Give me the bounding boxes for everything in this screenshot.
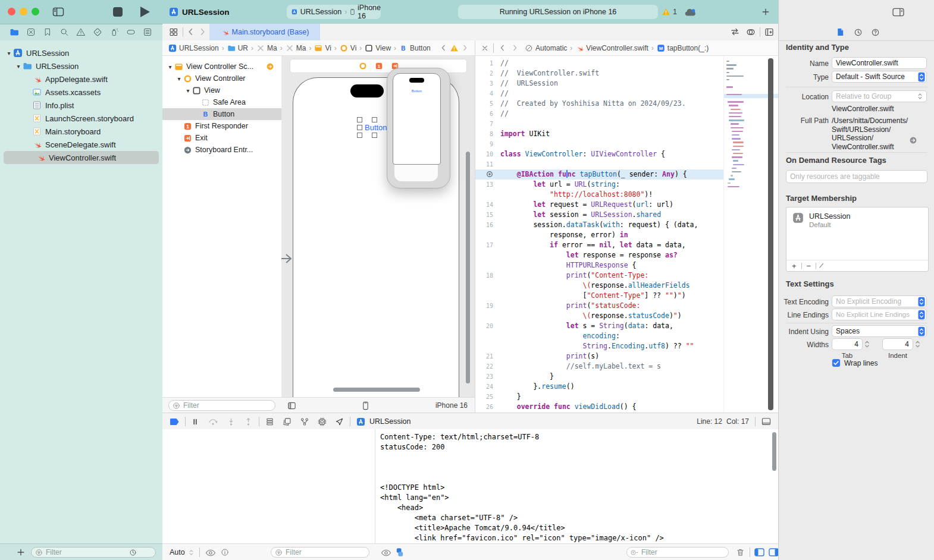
prev-issue-icon[interactable] [440, 44, 447, 52]
code-line[interactable]: ["Content-Type"] ?? "")") [475, 291, 723, 301]
navigator-tab-project-icon[interactable] [10, 27, 19, 37]
outline-toggle-icon[interactable] [287, 401, 296, 410]
add-target-button[interactable]: + [792, 262, 797, 270]
code-line[interactable]: 21 print(s) [475, 351, 723, 361]
location-dropdown[interactable]: Relative to Group [832, 90, 927, 102]
toggle-navigator-icon[interactable] [52, 7, 64, 17]
pause-execution-icon[interactable] [191, 417, 199, 426]
outline-row[interactable]: Exit [162, 132, 281, 144]
indent-width-stepper[interactable] [915, 339, 920, 350]
disclosure-chevron-icon[interactable]: ▾ [184, 87, 192, 94]
breakpoints-toggle-icon[interactable] [170, 418, 180, 426]
split-view-icon[interactable] [347, 401, 356, 410]
console-filter-field[interactable]: Filter [626, 547, 729, 558]
tab-width-stepper[interactable] [864, 339, 870, 350]
code-line[interactable]: 7 [475, 119, 723, 129]
navigator-tab-find-icon[interactable] [59, 27, 69, 37]
entry-point-icon[interactable] [266, 62, 274, 71]
outline-row[interactable]: ▾View Controller Sc... [162, 61, 281, 73]
navigator-tab-bookmarks-icon[interactable] [43, 27, 52, 37]
outline-row[interactable]: Safe Area [162, 96, 281, 108]
code-line[interactable]: 11 [475, 159, 723, 169]
console-output[interactable]: Content-Type: text/html;charset=UTF-8sta… [375, 429, 779, 543]
code-line[interactable]: 1// [475, 58, 723, 68]
breadcrumb-item[interactable]: Ma [286, 44, 306, 52]
file-inspector-tab-icon[interactable] [836, 27, 845, 37]
outline-row[interactable]: ▾View [162, 84, 281, 96]
navigator-tab-tests-icon[interactable] [93, 27, 102, 37]
breadcrumb-item[interactable]: URLSession [168, 44, 219, 52]
orientation-icon[interactable] [332, 401, 341, 410]
show-console-view-icon[interactable] [769, 548, 779, 556]
disclosure-chevron-icon[interactable]: ▾ [5, 50, 13, 56]
disclosure-chevron-icon[interactable]: ▾ [14, 63, 23, 70]
outline-row[interactable]: BButton [162, 108, 281, 120]
toggle-inspector-icon[interactable] [891, 7, 905, 17]
accessibility-icon[interactable] [302, 401, 311, 410]
variables-filter-field[interactable]: Filter [271, 547, 369, 558]
appearance-icon[interactable] [317, 401, 326, 410]
environment-overrides-icon[interactable] [318, 417, 327, 426]
new-tab-button[interactable] [761, 8, 770, 16]
go-back-icon[interactable] [186, 27, 195, 36]
minimize-window-button[interactable] [20, 8, 27, 15]
step-over-icon[interactable] [208, 417, 218, 426]
breadcrumb-item[interactable]: Ma [256, 44, 277, 52]
simulator-button[interactable]: Button [393, 89, 440, 93]
code-line[interactable]: let response = response as? [475, 250, 723, 260]
code-line[interactable]: 6// [475, 109, 723, 119]
console-quicklook-icon[interactable] [381, 549, 391, 556]
scene-first-responder-icon[interactable]: 1 [375, 62, 383, 70]
storyboard-canvas[interactable]: 1 Button Button [281, 56, 475, 397]
code-line[interactable]: 8import UIKit [475, 129, 723, 139]
code-line[interactable]: 18 print("Content-Type: [475, 270, 723, 281]
code-line[interactable]: 14 let request = URLRequest(url: url) [475, 200, 723, 210]
code-line[interactable]: 22 //self.myLabel.text = s [475, 361, 723, 372]
back-icon[interactable] [499, 44, 506, 52]
close-window-button[interactable] [8, 8, 15, 15]
selection-handle[interactable] [372, 133, 377, 138]
wrap-lines-checkbox[interactable] [832, 358, 841, 367]
navigator-tab-debug-icon[interactable] [109, 27, 119, 37]
breadcrumb-item[interactable]: MtapButton(_:) [657, 44, 709, 52]
scm-status-filter-icon[interactable] [139, 549, 149, 556]
simulator-window[interactable]: Button [387, 68, 450, 188]
recent-files-filter-icon[interactable] [129, 549, 137, 556]
indent-width-field[interactable]: 4 [882, 338, 913, 350]
text-encoding-dropdown[interactable]: No Explicit Encoding [832, 295, 927, 307]
code-line[interactable]: 16 session.dataTask(with: request) { (da… [475, 220, 723, 230]
file-row[interactable]: ViewController.swift [4, 151, 159, 164]
tab-main-storyboard[interactable]: Main.storyboard (Base) [209, 24, 320, 40]
code-line[interactable]: 2// ViewController.swift [475, 68, 723, 78]
navigator-tab-source-control-icon[interactable] [26, 27, 36, 37]
code-line[interactable]: response, error) in [475, 230, 723, 240]
canvas-vertical-scrollbar[interactable] [466, 152, 470, 383]
target-membership-list[interactable]: URLSession Default + − ∕ [786, 207, 929, 272]
navigator-tab-issues-icon[interactable] [76, 27, 86, 37]
issue-warning-icon[interactable] [450, 44, 459, 52]
code-line[interactable]: 19 print("statusCode: [475, 301, 723, 311]
selection-handle[interactable] [357, 125, 362, 130]
code-line[interactable]: 17 if error == nil, let data = data, [475, 240, 723, 250]
console-mode-icon[interactable] [396, 548, 403, 557]
clear-console-icon[interactable] [736, 548, 745, 557]
file-row[interactable]: AppDelegate.swift [0, 73, 162, 86]
edit-target-button[interactable]: ∕ [820, 262, 823, 270]
navigator-tab-reports-icon[interactable] [143, 27, 152, 37]
tab-overview-icon[interactable] [169, 27, 178, 37]
go-forward-icon[interactable] [198, 27, 207, 36]
breadcrumb-item[interactable]: BButton [399, 44, 431, 52]
code-line[interactable]: 9 [475, 139, 723, 149]
cloud-sync-icon[interactable] [683, 8, 697, 17]
breadcrumb-item[interactable]: Automatic [525, 44, 567, 52]
code-line[interactable]: 20 let s = String(data: data, [475, 321, 723, 331]
simulate-location-icon[interactable] [335, 417, 344, 426]
outline-row[interactable]: ▾View Controller [162, 73, 281, 84]
breadcrumb-item[interactable]: ViewController.swift [575, 44, 648, 52]
simulator-screen[interactable]: Button [393, 73, 441, 165]
file-row[interactable]: Info.plist [0, 99, 162, 112]
code-line[interactable]: 23 } [475, 372, 723, 382]
run-button[interactable] [140, 7, 150, 17]
remove-target-button[interactable]: − [807, 262, 811, 270]
disclosure-chevron-icon[interactable]: ▾ [166, 64, 174, 70]
